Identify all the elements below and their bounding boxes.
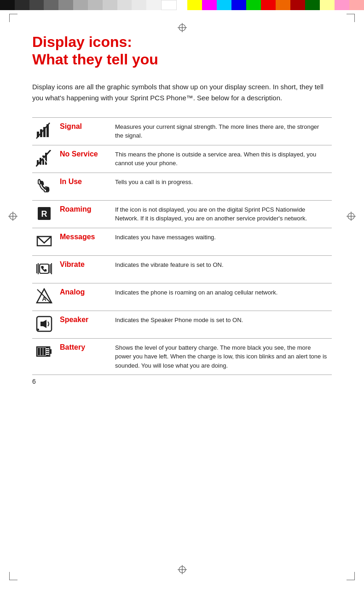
table-row-vibrate: Vibrate Indicates the vibrate feature is… <box>32 255 332 283</box>
in-use-name: In Use <box>56 173 111 200</box>
svg-rect-28 <box>40 264 49 273</box>
table-row-messages: Messages Indicates you have messages wai… <box>32 228 332 255</box>
messages-icon <box>36 233 52 249</box>
svg-rect-40 <box>43 348 46 355</box>
table-row-battery: Battery Shows the level of your battery … <box>32 338 332 375</box>
roaming-icon-cell: R <box>32 200 56 228</box>
messages-icon-cell <box>32 228 56 255</box>
no-service-icon-cell <box>32 145 56 173</box>
messages-name: Messages <box>56 228 111 255</box>
speaker-desc: Indicates the Speaker Phone mode is set … <box>111 311 332 338</box>
color-bar-top <box>0 0 364 10</box>
signal-desc: Measures your current signal strength. T… <box>111 117 332 145</box>
analog-desc: Indicates the phone is roaming on an ana… <box>111 283 332 311</box>
icons-table: Signal Measures your current signal stre… <box>32 117 332 375</box>
page-number: 6 <box>32 378 36 385</box>
speaker-icon-cell <box>32 311 56 338</box>
analog-name: Analog <box>56 283 111 311</box>
battery-icon-cell <box>32 338 56 375</box>
svg-marker-35 <box>40 320 46 328</box>
analog-icon: A <box>36 288 52 305</box>
table-row-speaker: Speaker Indicates the Speaker Phone mode… <box>32 311 332 338</box>
table-row-analog: A Analog Indicates the phone is roaming … <box>32 283 332 311</box>
vibrate-icon <box>36 260 52 277</box>
in-use-desc: Tells you a call is in progress. <box>111 173 332 200</box>
crosshair-bottom <box>178 565 187 576</box>
svg-rect-39 <box>40 348 43 355</box>
battery-name: Battery <box>56 338 111 375</box>
no-service-desc: This means the phone is outside a servic… <box>111 145 332 173</box>
table-row-roaming: R Roaming If the icon is not displayed, … <box>32 200 332 228</box>
table-row-no-service: No Service This means the phone is outsi… <box>32 145 332 173</box>
corner-bl <box>9 572 17 580</box>
table-row-in-use: In Use Tells you a call is in progress. <box>32 173 332 200</box>
speaker-icon <box>36 316 52 332</box>
vibrate-desc: Indicates the vibrate feature is set to … <box>111 255 332 283</box>
roaming-icon: R <box>36 205 52 222</box>
in-use-icon-cell <box>32 173 56 200</box>
svg-text:R: R <box>41 209 47 219</box>
vibrate-name: Vibrate <box>56 255 111 283</box>
no-service-icon <box>36 150 52 167</box>
intro-text: Display icons are all the graphic symbol… <box>32 81 332 104</box>
in-use-icon <box>36 178 52 194</box>
speaker-name: Speaker <box>56 311 111 338</box>
table-row-signal: Signal Measures your current signal stre… <box>32 117 332 145</box>
corner-br <box>347 572 355 580</box>
battery-desc: Shows the level of your battery charge. … <box>111 338 332 375</box>
signal-icon <box>36 122 52 139</box>
svg-rect-37 <box>50 349 52 354</box>
svg-rect-38 <box>38 348 40 355</box>
no-service-name: No Service <box>56 145 111 173</box>
battery-icon <box>36 343 52 360</box>
roaming-desc: If the icon is not displayed, you are on… <box>111 200 332 228</box>
messages-desc: Indicates you have messages waiting. <box>111 228 332 255</box>
signal-icon-cell <box>32 117 56 145</box>
roaming-name: Roaming <box>56 200 111 228</box>
analog-icon-cell: A <box>32 283 56 311</box>
vibrate-icon-cell <box>32 255 56 283</box>
page-title: Display icons: What they tell you <box>32 33 332 69</box>
signal-name: Signal <box>56 117 111 145</box>
